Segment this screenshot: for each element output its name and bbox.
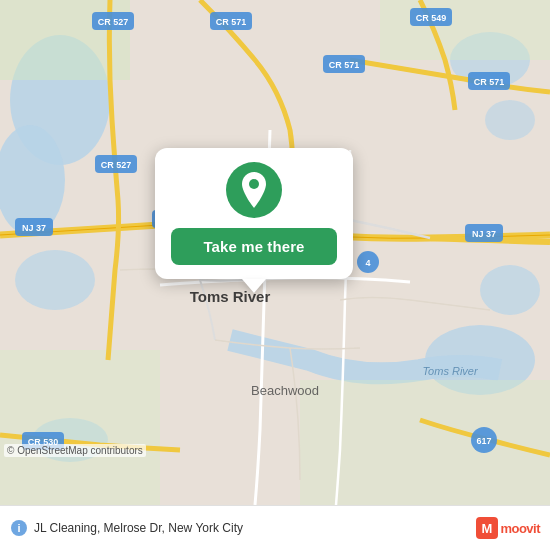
svg-text:i: i xyxy=(17,522,20,534)
svg-text:Toms River: Toms River xyxy=(422,365,479,377)
svg-text:NJ 37: NJ 37 xyxy=(472,229,496,239)
map-container: CR 527 CR 527 CR 571 CR 549 CR 571 CR 57… xyxy=(0,0,550,505)
svg-point-5 xyxy=(480,265,540,315)
svg-text:CR 571: CR 571 xyxy=(216,17,247,27)
location-pin-icon xyxy=(239,172,269,208)
svg-text:NJ 37: NJ 37 xyxy=(22,223,46,233)
svg-text:CR 549: CR 549 xyxy=(416,13,447,23)
svg-point-8 xyxy=(485,100,535,140)
svg-point-3 xyxy=(15,250,95,310)
take-me-there-button[interactable]: Take me there xyxy=(171,228,337,265)
osm-icon: i xyxy=(10,519,28,537)
bottom-bar: i JL Cleaning, Melrose Dr, New York City… xyxy=(0,505,550,550)
svg-rect-11 xyxy=(0,350,160,505)
svg-text:CR 571: CR 571 xyxy=(474,77,505,87)
svg-point-40 xyxy=(249,179,259,189)
svg-text:CR 527: CR 527 xyxy=(98,17,129,27)
svg-text:M: M xyxy=(482,521,493,536)
moovit-logo: M moovit xyxy=(476,517,540,539)
location-text: JL Cleaning, Melrose Dr, New York City xyxy=(34,521,243,535)
moovit-text: moovit xyxy=(500,521,540,536)
moovit-icon: M xyxy=(476,517,498,539)
svg-text:CR 527: CR 527 xyxy=(101,160,132,170)
svg-text:617: 617 xyxy=(476,436,491,446)
svg-text:4: 4 xyxy=(365,258,370,268)
svg-text:CR 571: CR 571 xyxy=(329,60,360,70)
popup-card: Take me there xyxy=(155,148,353,279)
popup-arrow xyxy=(242,279,266,293)
svg-text:Beachwood: Beachwood xyxy=(251,383,319,398)
svg-rect-10 xyxy=(380,0,550,60)
location-marker-bg xyxy=(226,162,282,218)
attribution: © OpenStreetMap contributors xyxy=(4,444,146,457)
